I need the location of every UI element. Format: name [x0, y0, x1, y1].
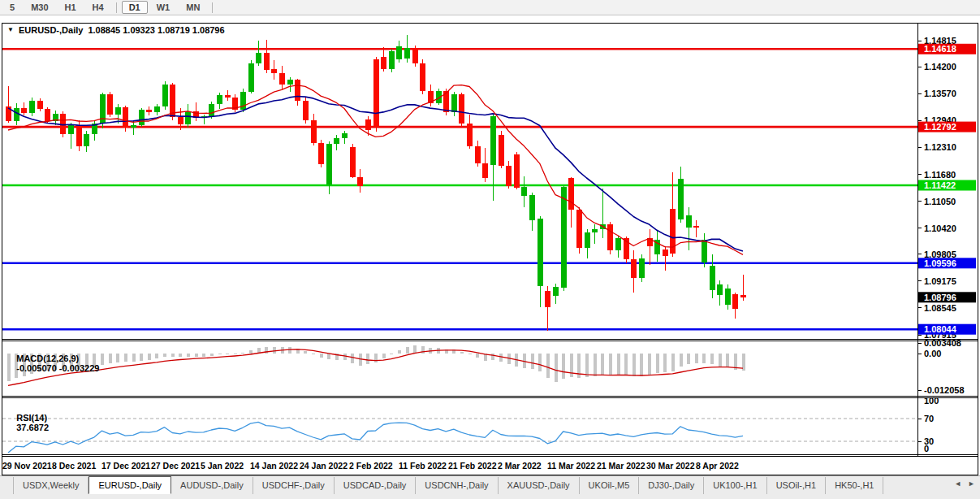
candle	[420, 59, 425, 95]
candle	[162, 81, 168, 110]
svg-text:1.11422: 1.11422	[924, 180, 956, 190]
price-tick-label: 1.08545	[924, 303, 956, 313]
date-label: 2 Feb 2022	[349, 461, 393, 471]
symbol-tab-bar: USDX,WeeklyEURUSD-,DailyAUDUSD-,DailyUSD…	[0, 475, 980, 499]
date-label: 11 Mar 2022	[547, 461, 595, 471]
date-label: 30 Mar 2022	[646, 461, 695, 471]
candle	[561, 186, 567, 291]
svg-text:0: 0	[924, 444, 929, 453]
candle	[170, 83, 175, 121]
date-axis: 29 Nov 20218 Dec 202117 Dec 202127 Dec 2…	[2, 461, 739, 471]
svg-text:1.08044: 1.08044	[924, 324, 957, 334]
candle	[451, 92, 457, 116]
tab-hk50-h1[interactable]: HK50-,H1	[826, 477, 883, 494]
date-label: 17 Dec 2021	[101, 461, 150, 471]
tab-ukoil-m5[interactable]: UKOil-,M5	[580, 477, 640, 494]
svg-text:0.00: 0.00	[924, 349, 941, 358]
chart-background	[0, 15, 980, 475]
candle	[303, 98, 309, 124]
date-label: 24 Jan 2022	[300, 461, 348, 471]
date-label: 2 Mar 2022	[498, 461, 542, 471]
chart-canvas[interactable]: 1.148151.142001.135701.129401.123101.116…	[0, 0, 980, 475]
price-tick-label: 1.13570	[924, 89, 956, 98]
svg-text:-0.012058: -0.012058	[924, 385, 965, 395]
tab-eurusd-daily[interactable]: EURUSD-,Daily	[89, 476, 171, 494]
tab-audusd-daily[interactable]: AUDUSD-,Daily	[171, 477, 253, 494]
date-label: 5 Jan 2022	[201, 461, 244, 471]
date-label: 27 Dec 2021	[151, 461, 200, 471]
price-tick-label: 1.14200	[924, 62, 956, 72]
candle	[139, 108, 145, 128]
symbol-tabs: USDX,WeeklyEURUSD-,DailyAUDUSD-,DailyUSD…	[0, 476, 980, 494]
price-tick-label: 1.11680	[924, 170, 956, 180]
chart-ohlc-values: 1.08845 1.09323 1.08719 1.08796	[88, 25, 224, 35]
svg-text:1.09596: 1.09596	[924, 258, 956, 268]
candle	[514, 152, 520, 189]
macd-indicator-label: MACD(12,26,9) -0.005070 -0.003229	[6, 344, 99, 383]
tab-usdx-weekly[interactable]: USDX,Weekly	[13, 477, 89, 494]
date-label: 21 Feb 2022	[448, 461, 497, 471]
date-label: 11 Feb 2022	[399, 461, 447, 471]
candle	[248, 60, 254, 93]
candle	[107, 92, 113, 117]
candle	[373, 57, 379, 132]
mt4-window: { "toolbar": { "timeframes": [ {"label":…	[0, 0, 980, 499]
tab-scroll-left-button[interactable]: ◄	[954, 479, 961, 488]
candle	[576, 207, 582, 254]
price-tick-label: 1.12310	[924, 142, 956, 152]
date-label: 21 Mar 2022	[597, 461, 645, 471]
svg-text:100: 100	[924, 396, 939, 406]
rsi-indicator-label: RSI(14) 37.6872	[6, 403, 49, 442]
date-label: 8 Apr 2022	[696, 461, 739, 471]
date-label: 8 Dec 2021	[52, 461, 96, 471]
svg-text:70: 70	[924, 414, 934, 423]
chart-title: ▼ EURUSD-,Daily 1.08845 1.09323 1.08719 …	[7, 25, 225, 35]
tab-xauusd-daily[interactable]: XAUUSD-,Daily	[499, 477, 580, 494]
candle	[459, 93, 464, 126]
tab-scroll-right-button[interactable]: ►	[968, 479, 975, 488]
svg-text:1.14618: 1.14618	[924, 44, 956, 54]
tab-usdcad-daily[interactable]: USDCAD-,Daily	[335, 477, 417, 494]
price-tick-label: 1.11050	[924, 197, 956, 206]
svg-text:1.08796: 1.08796	[924, 293, 956, 302]
svg-text:0.003408: 0.003408	[924, 338, 961, 348]
price-tick-label: 1.09175	[924, 276, 956, 286]
tab-uk100-h1[interactable]: UK100-,H1	[704, 477, 766, 494]
tab-usdchf-daily[interactable]: USDCHF-,Daily	[253, 477, 335, 494]
candle	[499, 131, 504, 168]
chevron-down-icon[interactable]: ▼	[7, 26, 14, 33]
candle	[607, 222, 613, 254]
date-label: 29 Nov 2021	[2, 461, 52, 471]
candle	[318, 140, 324, 168]
tab-usdcnh-daily[interactable]: USDCNH-,Daily	[416, 477, 498, 494]
chart-symbol-label: EURUSD-,Daily	[19, 25, 83, 35]
candle	[350, 144, 356, 178]
tab-dj30-daily[interactable]: DJ30-,Daily	[639, 477, 704, 494]
date-label: 14 Jan 2022	[250, 461, 298, 471]
svg-text:1.12792: 1.12792	[924, 122, 956, 132]
candle	[240, 89, 246, 112]
candle	[123, 106, 128, 132]
price-tick-label: 1.10420	[924, 223, 956, 233]
candle	[389, 49, 395, 72]
tab-usoil-h1[interactable]: USOil-,H1	[767, 477, 827, 494]
tab-scroll-buttons: ◄ ►	[954, 479, 975, 488]
